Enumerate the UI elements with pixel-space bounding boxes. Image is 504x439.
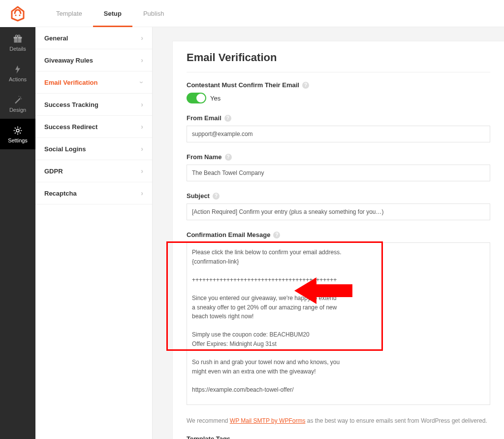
submenu-label: Success Redirect [44,123,97,131]
submenu-gdpr[interactable]: GDPR › [35,160,152,182]
email-verification-panel: Email Verification Contestant Must Confi… [172,41,504,439]
confirm-toggle[interactable] [187,93,206,103]
top-tabs: Template Setup Publish [35,0,504,27]
chevron-right-icon: › [141,189,143,197]
submenu-giveaway-rules[interactable]: Giveaway Rules › [35,49,152,71]
rail-label: Details [9,46,26,52]
settings-submenu: General › Giveaway Rules › Email Verific… [35,27,153,439]
chevron-down-icon: › [138,81,146,84]
rail-label: Actions [9,76,27,82]
field-message: Confirmation Email Mesage ? [187,231,490,406]
rail-item-details[interactable]: Details [0,27,35,58]
from-email-input[interactable] [187,126,490,142]
tab-template[interactable]: Template [45,0,93,27]
submenu-recaptcha[interactable]: Recaptcha › [35,182,152,204]
message-textarea[interactable] [187,242,490,405]
svg-rect-4 [17,37,18,43]
help-icon[interactable]: ? [302,82,309,89]
submenu-label: General [44,34,68,42]
submenu-label: Social Logins [44,145,86,153]
chevron-right-icon: › [141,145,143,153]
submenu-success-redirect[interactable]: Success Redirect › [35,116,152,138]
wand-icon [13,95,23,105]
submenu-label: Email Verification [44,79,97,86]
content-area: Email Verification Contestant Must Confi… [153,27,504,439]
svg-point-6 [18,35,20,37]
help-icon[interactable]: ? [273,232,280,238]
help-icon[interactable]: ? [213,193,220,200]
submenu-email-verification[interactable]: Email Verification › [35,71,152,94]
submenu-label: Recaptcha [44,190,77,197]
tab-setup[interactable]: Setup [93,0,132,27]
from-name-input[interactable] [187,165,490,181]
toggle-value: Yes [210,95,220,102]
rail-label: Design [9,107,26,113]
chevron-right-icon: › [141,101,143,108]
svg-point-1 [19,14,20,16]
chevron-right-icon: › [141,167,143,175]
from-email-label: From Email [187,114,221,122]
gift-icon [13,34,23,44]
message-label: Confirmation Email Mesage [187,231,270,238]
from-name-label: From Name [187,153,222,161]
field-subject: Subject ? [187,192,490,220]
recommendation-text: We recommend WP Mail SMTP by WPForms as … [187,417,490,424]
chevron-right-icon: › [141,56,143,64]
help-icon[interactable]: ? [224,115,231,122]
field-confirm-toggle: Contestant Must Confirm Their Email ? Ye… [187,81,490,103]
reco-post: as the best way to ensure emails sent fr… [305,417,487,424]
field-from-name: From Name ? [187,153,490,181]
rail-item-actions[interactable]: Actions [0,58,35,88]
submenu-label: Success Tracking [44,101,98,108]
app-logo-icon [10,6,26,22]
submenu-success-tracking[interactable]: Success Tracking › [35,94,152,116]
svg-point-7 [20,97,21,98]
svg-point-5 [15,35,17,37]
svg-point-8 [19,96,20,97]
left-rail: Details Actions Design Settings [0,0,35,439]
panel-title: Email Verification [187,51,490,72]
rail-item-settings[interactable]: Settings [0,119,35,149]
help-icon[interactable]: ? [225,154,232,161]
svg-point-9 [21,99,22,100]
submenu-label: GDPR [44,168,63,175]
reco-pre: We recommend [187,417,230,424]
svg-point-10 [16,129,19,132]
reco-link[interactable]: WP Mail SMTP by WPForms [230,417,306,424]
confirm-label: Contestant Must Confirm Their Email [187,81,299,89]
svg-point-0 [15,14,16,16]
rail-item-design[interactable]: Design [0,88,35,119]
bolt-icon [13,65,23,74]
field-from-email: From Email ? [187,114,490,142]
submenu-social-logins[interactable]: Social Logins › [35,138,152,160]
logo-slot [0,0,35,27]
chevron-right-icon: › [141,123,143,131]
chevron-right-icon: › [141,34,143,42]
template-tags-title: Template Tags [187,435,490,439]
subject-label: Subject [187,192,210,200]
rail-label: Settings [8,137,28,143]
submenu-general[interactable]: General › [35,27,152,49]
tab-publish[interactable]: Publish [132,0,175,27]
gear-icon [13,126,23,135]
submenu-label: Giveaway Rules [44,57,93,64]
subject-input[interactable] [187,203,490,220]
